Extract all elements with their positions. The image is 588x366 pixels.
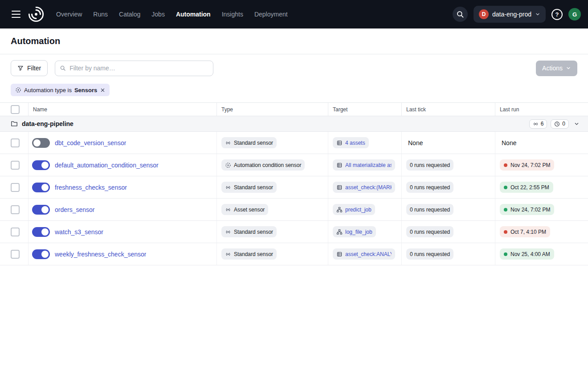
row-checkbox[interactable]: [11, 183, 20, 192]
last-tick-chip: 0 runs requested: [406, 226, 453, 237]
sensor-count-badge: 6: [529, 119, 547, 129]
nav-item-runs[interactable]: Runs: [93, 11, 108, 18]
last-run-chip[interactable]: Oct 22, 2:55 PM: [500, 182, 553, 193]
page-header: Automation: [0, 28, 588, 54]
asset-icon: [336, 140, 343, 146]
last-run-chip[interactable]: Nov 24, 7:02 PM: [500, 159, 554, 171]
checkbox-cell: [0, 154, 29, 176]
target-chip[interactable]: 4 assets: [333, 137, 369, 148]
table-row: default_automation_condition_sensor Auto…: [0, 154, 588, 176]
job-icon: [336, 229, 343, 235]
sensor-toggle[interactable]: [32, 183, 50, 192]
last-run-cell: Nov 24, 7:02 PM: [495, 154, 588, 176]
job-icon: [336, 207, 343, 213]
last-tick-cell: 0 runs requested: [402, 154, 495, 176]
name-cell: freshness_checks_sensor: [29, 176, 217, 198]
type-chip: Standard sensor: [221, 248, 277, 260]
last-run-chip[interactable]: Nov 24, 7:02 PM: [500, 204, 554, 215]
last-tick-chip: 0 runs requested: [406, 182, 453, 193]
nav-item-insights[interactable]: Insights: [222, 11, 243, 18]
page-title: Automation: [11, 36, 60, 46]
sensor-name-link[interactable]: weekly_freshness_check_sensor: [55, 251, 146, 258]
asset-icon: [336, 251, 343, 257]
sensor-name-link[interactable]: watch_s3_sensor: [55, 228, 103, 236]
remove-filter-button[interactable]: [100, 88, 105, 93]
checkbox-cell: [0, 132, 29, 154]
group-name: data-eng-pipeline: [22, 120, 74, 127]
sensor-name-link[interactable]: dbt_code_version_sensor: [55, 139, 126, 146]
last-run-cell: Oct 22, 2:55 PM: [495, 176, 588, 198]
asset-icon: [336, 162, 343, 168]
sensor-toggle[interactable]: [32, 205, 50, 215]
toggle-knob-icon: [41, 206, 49, 213]
deployment-switcher[interactable]: D data-eng-prod: [474, 6, 546, 23]
nav-right: D data-eng-prod ? G: [453, 6, 581, 23]
automation-type-icon: [15, 87, 21, 93]
target-chip[interactable]: predict_job: [333, 204, 375, 215]
actions-button[interactable]: Actions: [536, 61, 577, 76]
group-row: data-eng-pipeline 6 0: [0, 116, 588, 132]
sensor-toggle[interactable]: [32, 160, 50, 170]
name-filter: [55, 61, 213, 76]
target-chip[interactable]: All materializable as: [333, 159, 395, 171]
sensor-toggle[interactable]: [32, 227, 50, 237]
nav-item-catalog[interactable]: Catalog: [119, 11, 140, 18]
last-run-chip[interactable]: Oct 7, 4:10 PM: [500, 226, 550, 237]
column-header-type: Type: [217, 103, 328, 116]
sensor-name-link[interactable]: freshness_checks_sensor: [55, 184, 127, 191]
table-row: orders_sensor Asset sensor predict_job 0…: [0, 199, 588, 221]
sensor-name-link[interactable]: default_automation_condition_sensor: [55, 162, 159, 169]
nav-item-deployment[interactable]: Deployment: [254, 11, 288, 18]
type-chip: Standard sensor: [221, 226, 277, 237]
target-chip[interactable]: asset_check:(MARK: [333, 182, 395, 193]
target-cell: asset_check:ANALY: [328, 243, 402, 265]
sensor-icon: [225, 229, 231, 235]
last-tick-chip: 0 runs requested: [406, 159, 453, 171]
last-tick-cell: 0 runs requested: [402, 221, 495, 243]
chevron-down-icon: [566, 65, 571, 71]
select-all-checkbox[interactable]: [11, 105, 20, 114]
row-checkbox[interactable]: [11, 161, 20, 170]
filter-button-label: Filter: [27, 65, 41, 72]
last-run-label: Nov 24, 7:02 PM: [510, 162, 550, 168]
sensor-icon: [533, 121, 539, 127]
collapse-group-button[interactable]: [572, 120, 581, 128]
sensor-toggle[interactable]: [32, 249, 50, 259]
status-dot-icon: [504, 208, 507, 211]
row-checkbox[interactable]: [11, 228, 20, 236]
actions-button-label: Actions: [542, 65, 563, 72]
nav-item-overview[interactable]: Overview: [56, 11, 82, 18]
target-cell: 4 assets: [328, 132, 402, 154]
last-run-chip[interactable]: Nov 25, 4:00 AM: [500, 248, 554, 260]
search-button[interactable]: [453, 7, 468, 22]
checkbox-cell: [0, 221, 29, 243]
nav-item-automation[interactable]: Automation: [176, 11, 211, 18]
last-tick-cell: 0 runs requested: [402, 199, 495, 220]
menu-button[interactable]: [7, 5, 25, 23]
type-cell: Standard sensor: [217, 132, 328, 154]
row-checkbox[interactable]: [11, 205, 20, 214]
select-all-cell: [0, 103, 29, 116]
user-avatar[interactable]: G: [568, 8, 581, 20]
sensor-name-link[interactable]: orders_sensor: [55, 206, 95, 213]
column-header-name: Name: [29, 103, 217, 116]
last-run-cell: Oct 7, 4:10 PM: [495, 221, 588, 243]
main-nav: OverviewRunsCatalogJobsAutomationInsight…: [56, 11, 288, 18]
target-chip[interactable]: log_file_job: [333, 226, 376, 237]
sensor-toggle[interactable]: [32, 138, 50, 148]
target-chip[interactable]: asset_check:ANALY: [333, 248, 395, 260]
filter-tag: Automation type is Sensors: [11, 84, 110, 96]
funnel-icon: [17, 65, 24, 71]
row-checkbox[interactable]: [11, 138, 20, 147]
last-run-label: Nov 24, 7:02 PM: [510, 207, 550, 213]
filter-button[interactable]: Filter: [11, 60, 48, 76]
filter-tag-label: Automation type is: [24, 87, 72, 94]
target-label: predict_job: [345, 207, 372, 213]
deployment-badge: D: [479, 9, 489, 19]
toggle-knob-icon: [41, 162, 49, 169]
help-button[interactable]: ?: [551, 9, 563, 20]
status-dot-icon: [504, 230, 507, 234]
row-checkbox[interactable]: [11, 250, 20, 259]
name-filter-input[interactable]: [69, 65, 208, 72]
nav-item-jobs[interactable]: Jobs: [151, 11, 165, 18]
